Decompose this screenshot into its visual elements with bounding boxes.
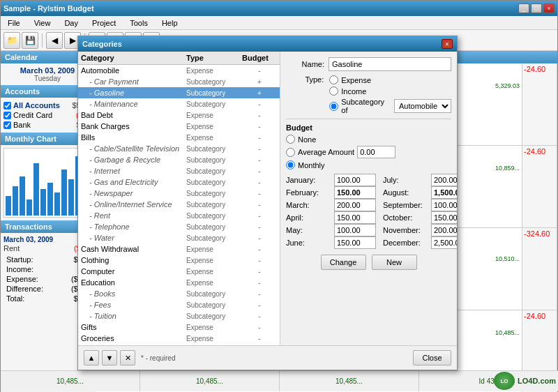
type-expense-radio[interactable] — [329, 75, 338, 84]
watermark: LO LO4D.com — [494, 372, 556, 390]
summary-total-label: Total: — [6, 294, 24, 303]
budget-average-radio[interactable] — [286, 148, 295, 157]
budget-monthly-radio[interactable] — [286, 160, 295, 169]
cat-item-baddebt[interactable]: Bad Debt Expense - — [78, 110, 280, 121]
cat-name-water: - Water — [81, 234, 186, 242]
month-input-mar[interactable] — [334, 199, 376, 211]
cat-item-gifts[interactable]: Gifts Expense - — [78, 322, 280, 333]
cat-budget-online: - — [242, 201, 277, 209]
month-input-jun[interactable] — [334, 236, 376, 249]
cat-item-bills[interactable]: Bills Expense - — [78, 132, 280, 143]
cat-budget-maintenance: - — [242, 100, 277, 108]
close-dialog-button[interactable]: Close — [413, 350, 451, 365]
cat-item-rent[interactable]: - Rent Subcategory - — [78, 210, 280, 221]
menu-project[interactable]: Project — [88, 17, 120, 29]
cat-budget-automobile: - — [242, 67, 277, 75]
cat-item-newspaper[interactable]: - Newspaper Subcategory - — [78, 188, 280, 199]
cat-item-fees[interactable]: - Fees Subcategory - — [78, 299, 280, 310]
cat-item-books[interactable]: - Books Subcategory - — [78, 288, 280, 299]
cat-type-cashwithdrawal: Expense — [186, 246, 242, 253]
dialog-action-buttons: Change New — [286, 255, 451, 270]
move-up-button[interactable]: ▲ — [84, 350, 99, 365]
cat-item-education[interactable]: Education Expense - — [78, 277, 280, 288]
budget-radio-group: None Average Amount Monthly — [286, 135, 451, 169]
month-row-apr: April: — [286, 211, 376, 224]
cat-item-clothing[interactable]: Clothing Expense - — [78, 255, 280, 266]
status-cell-1: 10,485... — [1, 371, 140, 391]
maximize-button[interactable]: □ — [531, 3, 542, 13]
cat-item-water[interactable]: - Water Subcategory - — [78, 232, 280, 243]
cat-item-groceries[interactable]: Groceries Expense - — [78, 333, 280, 344]
account-bank-checkbox[interactable] — [3, 121, 11, 129]
cat-item-tuition[interactable]: - Tuition Subcategory - — [78, 310, 280, 322]
type-income-radio[interactable] — [329, 86, 338, 96]
cat-item-cashwithdrawal[interactable]: Cash Withdrawal Expense - — [78, 243, 280, 255]
dialog-close-button[interactable]: × — [442, 39, 453, 49]
month-label-mar: March: — [286, 201, 331, 209]
menu-tools[interactable]: Tools — [126, 17, 152, 29]
menu-view[interactable]: View — [30, 17, 55, 29]
close-window-button[interactable]: × — [543, 3, 555, 13]
menu-day[interactable]: Day — [60, 17, 82, 29]
month-row-nov: November: — [383, 224, 457, 236]
month-input-jan[interactable] — [334, 174, 376, 186]
budget-none-label: None — [298, 135, 316, 144]
cat-item-carpayment[interactable]: - Car Payment Subcategory + — [78, 76, 280, 87]
toolbar-back-btn[interactable]: ◀ — [46, 32, 63, 49]
cat-item-gaselectric[interactable]: - Gas and Electricity Subcategory - — [78, 176, 280, 188]
type-subcategory-radio[interactable] — [329, 102, 338, 111]
new-button[interactable]: New — [372, 255, 417, 270]
cat-item-computer[interactable]: Computer Expense - — [78, 266, 280, 277]
cat-budget-tuition: - — [242, 312, 277, 320]
move-down-button[interactable]: ▼ — [102, 350, 117, 365]
month-input-sep[interactable] — [431, 199, 457, 211]
delete-button[interactable]: ✕ — [120, 350, 135, 365]
name-input[interactable] — [329, 57, 451, 71]
account-all-checkbox[interactable] — [3, 102, 11, 110]
account-credit-checkbox[interactable] — [3, 112, 11, 119]
month-input-aug[interactable] — [431, 186, 457, 199]
cat-item-healthcare[interactable]: Healthcare Expense - — [78, 344, 280, 345]
subcategory-of-select[interactable]: Automobile Bills Education — [394, 99, 451, 113]
cat-type-clothing: Expense — [186, 257, 242, 264]
monthly-left-col: January: February: March: April: — [286, 174, 376, 249]
menu-help[interactable]: Help — [158, 17, 182, 29]
month-input-feb[interactable] — [334, 186, 376, 199]
cat-item-internet[interactable]: - Internet Subcategory - — [78, 165, 280, 176]
change-button[interactable]: Change — [321, 255, 366, 270]
cat-item-garbage[interactable]: - Garbage & Recycle Subcategory - — [78, 154, 280, 165]
cat-item-bankcharges[interactable]: Bank Charges Expense - — [78, 121, 280, 132]
category-list-scroll[interactable]: Automobile Expense - - Car Payment Subca… — [78, 65, 280, 345]
cat-type-maintenance: Subcategory — [186, 100, 242, 108]
month-label-oct: October: — [383, 213, 428, 222]
average-amount-input[interactable] — [357, 146, 395, 158]
cat-item-maintenance[interactable]: - Maintenance Subcategory - — [78, 98, 280, 110]
toolbar-save-btn[interactable]: 💾 — [22, 32, 38, 49]
month-row-oct: October: — [383, 211, 457, 224]
cat-item-online[interactable]: - Online/Internet Service Subcategory - — [78, 199, 280, 210]
month-row-jun: June: — [286, 236, 376, 249]
cat-type-education: Expense — [186, 279, 242, 287]
summary-difference-label: Difference: — [6, 285, 43, 293]
month-input-nov[interactable] — [431, 224, 457, 236]
cat-name-automobile: Automobile — [81, 66, 186, 75]
cat-item-automobile[interactable]: Automobile Expense - — [78, 65, 280, 76]
month-input-dec[interactable] — [431, 236, 457, 249]
minimize-button[interactable]: _ — [518, 3, 529, 13]
cat-budget-internet: - — [242, 167, 277, 175]
cat-type-rent: Subcategory — [186, 212, 242, 220]
cat-type-garbage: Subcategory — [186, 156, 242, 164]
cat-item-gasoline[interactable]: - Gasoline Subcategory + — [78, 87, 280, 98]
menu-file[interactable]: File — [3, 17, 24, 29]
month-input-may[interactable] — [334, 224, 376, 236]
month-input-apr[interactable] — [334, 211, 376, 224]
month-input-jul[interactable] — [431, 174, 457, 186]
toolbar-open-btn[interactable]: 📁 — [3, 32, 20, 49]
cat-name-newspaper: - Newspaper — [81, 189, 186, 197]
cat-item-cable[interactable]: - Cable/Satellite Television Subcategory… — [78, 143, 280, 154]
budget-none-radio[interactable] — [286, 135, 295, 144]
budget-monthly-label: Monthly — [298, 161, 325, 169]
month-input-oct[interactable] — [431, 211, 457, 224]
cat-list-header: Category Type Budget — [78, 52, 280, 65]
cat-item-telephone[interactable]: - Telephone Subcategory - — [78, 221, 280, 232]
